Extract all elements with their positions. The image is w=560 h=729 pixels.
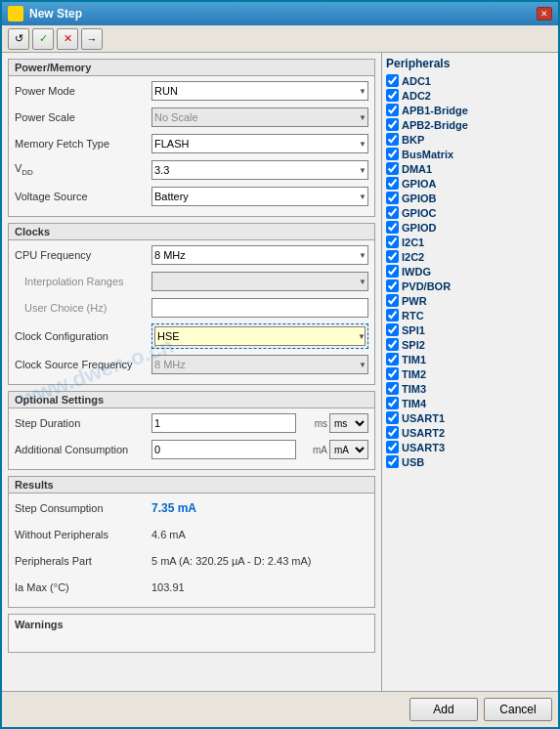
without-periph-value: 4.6 mA: [151, 529, 186, 540]
peripheral-checkbox-i2c2[interactable]: [386, 250, 399, 263]
peripheral-checkbox-bkp[interactable]: [386, 133, 399, 146]
peripheral-item: SPI1: [386, 323, 554, 336]
power-memory-section: Power/Memory Power Mode RUN ▼: [8, 59, 375, 217]
peripherals-list: ADC1ADC2APB1-BridgeAPB2-BridgeBKPBusMatr…: [386, 74, 554, 468]
without-periph-row: Without Peripherals 4.6 mA: [15, 524, 368, 545]
interp-select[interactable]: [151, 272, 368, 291]
peripheral-checkbox-usb[interactable]: [386, 455, 399, 468]
additional-unit: mA: [298, 445, 327, 455]
toolbar-cancel-button[interactable]: ✕: [57, 28, 78, 50]
voltage-source-select[interactable]: Battery: [151, 187, 368, 206]
peripheral-checkbox-apb1-bridge[interactable]: [386, 104, 399, 116]
toolbar-next-button[interactable]: →: [81, 28, 103, 50]
peripheral-checkbox-gpiob[interactable]: [386, 192, 399, 204]
peripheral-checkbox-tim4[interactable]: [386, 397, 399, 409]
close-button[interactable]: ✕: [537, 7, 552, 21]
peripheral-item: GPIOD: [386, 221, 554, 234]
memory-fetch-label: Memory Fetch Type: [15, 138, 151, 150]
peripheral-checkbox-spi1[interactable]: [386, 323, 399, 336]
clock-source-label: Clock Source Frequency: [15, 359, 151, 370]
peripheral-checkbox-dma1[interactable]: [386, 162, 399, 175]
peripheral-checkbox-usart2[interactable]: [386, 426, 399, 439]
step-duration-input[interactable]: [151, 413, 296, 433]
peripheral-checkbox-usart1[interactable]: [386, 411, 399, 424]
peripheral-checkbox-adc1[interactable]: [386, 74, 399, 87]
peripheral-checkbox-pvd/bor[interactable]: [386, 279, 399, 292]
voltage-source-select-wrapper: Battery ▼: [151, 187, 368, 206]
cpu-freq-select[interactable]: 8 MHz: [151, 245, 368, 265]
clock-config-select[interactable]: HSE: [154, 326, 366, 346]
peripheral-checkbox-adc2[interactable]: [386, 89, 399, 102]
peripheral-label-usb: USB: [402, 456, 424, 468]
power-scale-select[interactable]: No Scale: [151, 107, 368, 127]
power-scale-select-wrapper: No Scale ▼: [151, 107, 368, 127]
peripheral-label-gpioc: GPIOC: [402, 207, 436, 219]
peripheral-item: RTC: [386, 309, 554, 322]
toolbar-refresh-button[interactable]: ↺: [8, 28, 29, 50]
peripheral-item: USART2: [386, 426, 554, 439]
toolbar-confirm-button[interactable]: ✓: [32, 28, 54, 50]
peripheral-label-tim4: TIM4: [402, 398, 426, 409]
cancel-button[interactable]: Cancel: [484, 698, 552, 721]
peripheral-label-tim3: TIM3: [402, 383, 426, 395]
x-icon: ✕: [64, 32, 72, 45]
toolbar: ↺ ✓ ✕ →: [2, 25, 558, 53]
title-bar-left: ⚡ New Step: [8, 6, 82, 21]
memory-fetch-select-wrapper: FLASH ▼: [151, 134, 368, 153]
peripheral-checkbox-apb2-bridge[interactable]: [386, 118, 399, 131]
peripheral-checkbox-busmatrix[interactable]: [386, 148, 399, 160]
vdd-select[interactable]: 3.3: [151, 160, 368, 180]
left-panel-wrapper: www.dwen-o.cn Power/Memory Power Mode RU…: [2, 53, 382, 691]
warnings-section: Warnings: [8, 614, 375, 653]
user-choice-label: User Choice (Hz): [15, 302, 151, 314]
peripheral-checkbox-gpioc[interactable]: [386, 206, 399, 219]
step-duration-unit: ms: [298, 418, 327, 429]
peripheral-item: GPIOA: [386, 177, 554, 190]
results-section: Results Step Consumption 7.35 mA Without…: [8, 476, 375, 608]
ia-max-row: Ia Max (°C) 103.91: [15, 577, 368, 598]
additional-input-group: mA mA µA: [151, 440, 368, 459]
memory-fetch-select[interactable]: FLASH: [151, 134, 368, 153]
peripheral-item: GPIOB: [386, 192, 554, 204]
clock-source-select[interactable]: 8 MHz: [151, 355, 368, 374]
arrow-icon: →: [87, 33, 98, 45]
peripheral-checkbox-iwdg[interactable]: [386, 265, 399, 278]
peripheral-checkbox-rtc[interactable]: [386, 309, 399, 322]
peripheral-checkbox-spi2[interactable]: [386, 338, 399, 351]
peripheral-item: BusMatrix: [386, 148, 554, 160]
peripheral-checkbox-usart3[interactable]: [386, 441, 399, 453]
results-content: Step Consumption 7.35 mA Without Periphe…: [9, 493, 374, 607]
peripheral-item: TIM1: [386, 353, 554, 365]
peripheral-checkbox-gpiod[interactable]: [386, 221, 399, 234]
peripheral-checkbox-tim3[interactable]: [386, 382, 399, 395]
peripheral-checkbox-gpioa[interactable]: [386, 177, 399, 190]
additional-row: Additional Consumption mA mA µA: [15, 439, 368, 460]
clocks-title: Clocks: [9, 224, 374, 240]
optional-content: Step Duration ms ms s Addit: [9, 408, 374, 469]
power-scale-row: Power Scale No Scale ▼: [15, 107, 368, 128]
peripheral-checkbox-pwr[interactable]: [386, 294, 399, 307]
peripheral-label-usart2: USART2: [402, 427, 445, 439]
peripheral-label-iwdg: IWDG: [402, 266, 431, 278]
cpu-freq-label: CPU Frequency: [15, 249, 151, 261]
clock-config-row: Clock Configuration HSE ▼: [15, 323, 368, 349]
peripheral-checkbox-i2c1[interactable]: [386, 236, 399, 248]
additional-input[interactable]: [151, 440, 296, 459]
peripheral-checkbox-tim1[interactable]: [386, 353, 399, 365]
footer: Add Cancel: [2, 691, 558, 727]
add-button[interactable]: Add: [409, 698, 478, 721]
peripheral-label-adc2: ADC2: [402, 90, 431, 102]
step-duration-unit-select[interactable]: ms s: [329, 413, 368, 433]
peripheral-label-rtc: RTC: [402, 310, 424, 322]
left-panel: Power/Memory Power Mode RUN ▼: [2, 53, 382, 691]
additional-label: Additional Consumption: [15, 444, 151, 455]
user-choice-input[interactable]: [151, 298, 368, 318]
peripheral-label-pwr: PWR: [402, 295, 427, 307]
power-mode-select[interactable]: RUN: [151, 81, 368, 101]
additional-unit-select[interactable]: mA µA: [329, 440, 368, 459]
peripheral-label-adc1: ADC1: [402, 75, 431, 87]
peripheral-checkbox-tim2[interactable]: [386, 367, 399, 380]
peripheral-label-bkp: BKP: [402, 134, 424, 146]
step-duration-input-group: ms ms s: [151, 413, 368, 433]
warnings-title: Warnings: [15, 619, 368, 630]
